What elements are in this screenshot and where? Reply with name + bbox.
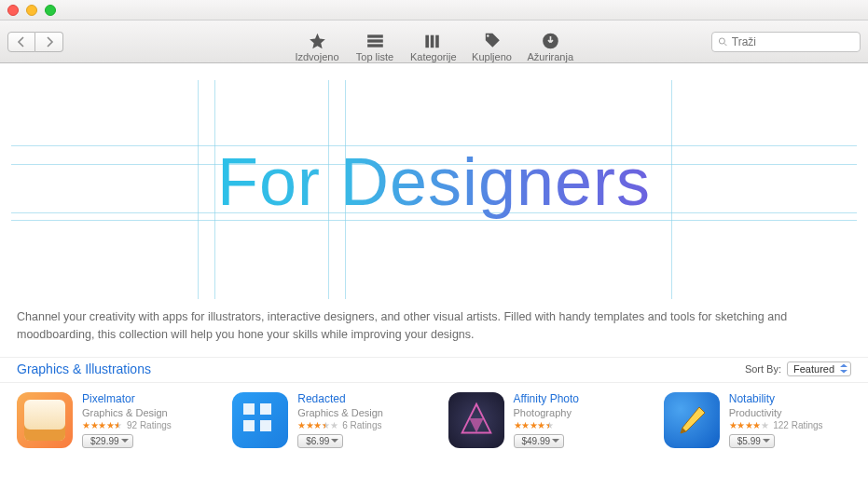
sort-label: Sort By:	[745, 363, 781, 375]
sort-select[interactable]: Featured	[787, 361, 851, 376]
app-card-notability[interactable]: Notability Productivity ★★★★★ 122 Rating…	[664, 392, 851, 448]
price-button[interactable]: $5.99	[729, 434, 775, 448]
toolbar: Izdvojeno Top liste Kategorije Kupljeno …	[0, 20, 868, 63]
app-category: Graphics & Design	[297, 407, 383, 418]
stars-icon: ★★★★★★	[82, 420, 122, 430]
app-icon	[664, 392, 720, 448]
section-title[interactable]: Graphics & Illustrations	[17, 361, 151, 376]
app-rating: ★★★★★ 122 Ratings	[729, 420, 823, 430]
close-icon[interactable]	[7, 5, 19, 16]
app-category: Productivity	[729, 407, 823, 418]
section-header: Graphics & Illustrations Sort By: Featur…	[0, 357, 868, 383]
price-button[interactable]: $49.99	[514, 434, 565, 448]
hero-title: For Designers	[217, 143, 651, 220]
app-card-pixelmator[interactable]: Pixelmator Graphics & Design ★★★★★★ 92 R…	[17, 392, 204, 448]
tag-icon	[483, 31, 502, 51]
app-name[interactable]: Notability	[729, 392, 823, 405]
toolbar-tabs: Izdvojeno Top liste Kategorije Kupljeno …	[295, 20, 573, 62]
categories-icon	[423, 31, 444, 51]
app-rating: ★★★★★★ 92 Ratings	[82, 420, 172, 430]
tab-categories[interactable]: Kategorije	[410, 31, 457, 62]
search-input[interactable]	[732, 35, 854, 48]
app-card-affinity-photo[interactable]: Affinity Photo Photography ★★★★★★ $49.99	[448, 392, 636, 448]
stars-icon: ★★★★★★	[297, 420, 338, 430]
forward-button[interactable]	[35, 32, 63, 52]
price-button[interactable]: $29.99	[82, 434, 133, 448]
svg-rect-0	[367, 34, 383, 37]
app-name[interactable]: Affinity Photo	[514, 392, 580, 405]
content-area: For Designers Channel your creativity wi…	[0, 63, 868, 491]
stars-icon: ★★★★★★	[514, 420, 554, 430]
app-rating: ★★★★★★ 6 Ratings	[297, 420, 383, 430]
ratings-count: 92 Ratings	[127, 420, 172, 430]
svg-line-8	[724, 43, 727, 46]
svg-rect-4	[431, 35, 434, 48]
download-icon	[541, 31, 559, 51]
tab-label: Top liste	[356, 51, 393, 62]
stars-icon: ★★★★★	[729, 420, 769, 430]
tab-updates[interactable]: Ažuriranja	[528, 31, 574, 62]
app-rating: ★★★★★★	[514, 420, 580, 430]
tab-label: Izdvojeno	[295, 51, 338, 62]
tab-purchased[interactable]: Kupljeno	[470, 31, 515, 62]
app-name[interactable]: Redacted	[297, 392, 383, 405]
tab-label: Kategorije	[410, 51, 457, 62]
app-category: Photography	[514, 407, 580, 418]
maximize-icon[interactable]	[45, 5, 56, 16]
tab-top-charts[interactable]: Top liste	[352, 31, 397, 62]
app-icon	[448, 392, 504, 448]
tab-featured[interactable]: Izdvojeno	[295, 31, 339, 62]
app-category: Graphics & Design	[82, 407, 172, 418]
svg-rect-5	[435, 35, 439, 48]
search-field[interactable]	[711, 32, 861, 52]
tab-label: Ažuriranja	[528, 51, 574, 62]
tab-label: Kupljeno	[472, 51, 512, 62]
window-controls	[7, 5, 56, 16]
hero-banner: For Designers	[11, 80, 857, 299]
svg-rect-2	[367, 44, 383, 47]
sort-control: Sort By: Featured	[745, 361, 851, 376]
nav-back-forward	[7, 32, 63, 52]
chevron-right-icon	[45, 36, 54, 48]
price-button[interactable]: $6.99	[297, 434, 343, 448]
hero-blurb: Channel your creativity with apps for il…	[0, 299, 868, 357]
app-card-redacted[interactable]: Redacted Graphics & Design ★★★★★★ 6 Rati…	[232, 392, 420, 448]
svg-rect-3	[426, 35, 430, 48]
ratings-count: 6 Ratings	[342, 420, 381, 430]
svg-rect-1	[367, 39, 383, 42]
ratings-count: 122 Ratings	[773, 420, 822, 430]
search-icon	[718, 36, 728, 48]
svg-point-7	[719, 37, 724, 43]
minimize-icon[interactable]	[26, 5, 37, 16]
chevron-left-icon	[17, 36, 26, 48]
back-button[interactable]	[7, 32, 35, 52]
app-icon	[17, 392, 73, 448]
app-name[interactable]: Pixelmator	[82, 392, 172, 405]
app-icon	[232, 392, 288, 448]
star-icon	[308, 31, 326, 51]
app-grid: Pixelmator Graphics & Design ★★★★★★ 92 R…	[0, 383, 868, 457]
list-icon	[365, 31, 384, 51]
window-titlebar	[0, 0, 868, 20]
